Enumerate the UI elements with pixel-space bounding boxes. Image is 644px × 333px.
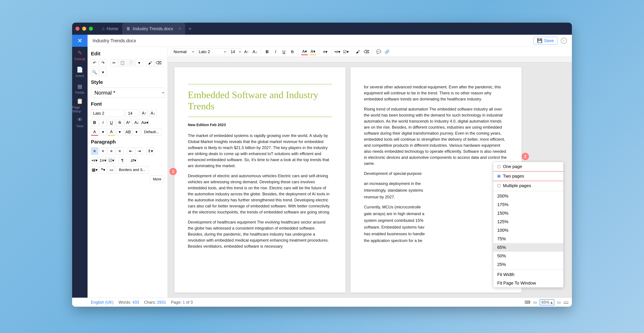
- default-font-button[interactable]: Default...: [141, 128, 162, 136]
- tb-comment[interactable]: 💬: [375, 48, 382, 55]
- bullet-list-button[interactable]: •≡▾: [91, 157, 98, 164]
- quote-button[interactable]: ❝▾: [99, 166, 107, 174]
- bold-button[interactable]: B: [91, 119, 98, 126]
- add-tab-button[interactable]: +: [185, 26, 195, 32]
- align-right-button[interactable]: ≡: [108, 148, 115, 155]
- zoom-25[interactable]: 25%: [493, 260, 563, 269]
- font-color-dropdown[interactable]: ▾: [99, 128, 107, 136]
- page-1[interactable]: 1 Embedded Software and Industry Trends …: [174, 67, 346, 292]
- decrease-indent-button[interactable]: ⇤: [127, 148, 134, 155]
- shading-button[interactable]: ▦▾: [91, 166, 98, 174]
- save-button[interactable]: 💾 Save: [534, 37, 558, 44]
- tb-checklist[interactable]: ☑▾: [342, 48, 349, 55]
- align-left-button[interactable]: ≡: [91, 148, 98, 155]
- char-count[interactable]: Chars: 2931: [144, 300, 166, 305]
- zoom-125[interactable]: 125%: [493, 218, 563, 226]
- minimize-window-icon[interactable]: [82, 27, 86, 31]
- font-color-button[interactable]: A: [91, 128, 98, 136]
- tb-style-select[interactable]: Normal: [171, 48, 194, 55]
- close-tab-icon[interactable]: ×: [178, 26, 181, 31]
- sidebar-fields[interactable]: ▦Fields: [72, 80, 88, 97]
- decrease-font-button[interactable]: A↓: [149, 110, 157, 117]
- info-button[interactable]: i: [561, 38, 567, 44]
- superscript-button[interactable]: A²: [124, 119, 132, 126]
- zoom-75[interactable]: 75%: [493, 234, 563, 243]
- cut-button[interactable]: ✂: [110, 59, 118, 66]
- increase-indent-button[interactable]: ⇥: [136, 148, 143, 155]
- line-spacing-button[interactable]: ⇕▾: [146, 148, 154, 155]
- find-dropdown[interactable]: ▾: [99, 68, 107, 76]
- tb-highlight[interactable]: A▾: [310, 48, 316, 55]
- align-center-button[interactable]: ≡: [99, 148, 107, 155]
- home-tab[interactable]: ⌂ Home: [98, 23, 122, 35]
- subscript-button[interactable]: A₂: [133, 119, 140, 126]
- char-bg-dropdown[interactable]: ▾: [133, 128, 140, 136]
- document-tab[interactable]: 🗎 Industry Trends.docx ×: [122, 23, 185, 35]
- undo-button[interactable]: ↶: [91, 59, 98, 66]
- tb-size-select[interactable]: 14: [228, 48, 242, 55]
- tb-align[interactable]: ≡▾: [322, 48, 328, 55]
- tb-font-select[interactable]: Lato 2: [196, 48, 226, 55]
- clear-format-button[interactable]: ⌫: [155, 59, 162, 66]
- more-button[interactable]: More: [150, 176, 164, 183]
- increase-font-button[interactable]: A↑: [140, 110, 148, 117]
- zoom-50[interactable]: 50%: [493, 252, 563, 260]
- font-family-select[interactable]: Lato 2: [91, 110, 124, 117]
- view-mode-2-icon[interactable]: 📖: [564, 300, 568, 305]
- tb-bold[interactable]: B: [264, 48, 270, 55]
- zoom-200[interactable]: 200%: [493, 192, 563, 200]
- text-direction-button[interactable]: ⇄▾: [130, 157, 137, 164]
- word-count[interactable]: Words: 433: [118, 300, 139, 305]
- tb-clear-format[interactable]: ⌫: [363, 48, 370, 55]
- font-size-select[interactable]: 14: [126, 110, 139, 117]
- strikethrough-button[interactable]: S: [116, 119, 124, 126]
- zoom-100[interactable]: 100%: [493, 226, 563, 234]
- number-list-button[interactable]: 1≡▾: [99, 157, 107, 164]
- zoom-one-page[interactable]: One page: [493, 162, 563, 171]
- highlight-button[interactable]: A: [108, 128, 115, 136]
- zoom-two-pages[interactable]: Two pages: [493, 171, 563, 181]
- paste-dropdown[interactable]: ▾: [136, 59, 143, 66]
- border-style-button[interactable]: ▭: [108, 166, 115, 174]
- sidebar-insert[interactable]: 📄Insert: [72, 64, 88, 80]
- tb-strike[interactable]: S: [289, 48, 296, 55]
- highlight-dropdown[interactable]: ▾: [116, 128, 124, 136]
- zoom-175[interactable]: 175%: [493, 200, 563, 209]
- close-window-icon[interactable]: [76, 27, 80, 31]
- redo-button[interactable]: ↷: [99, 59, 107, 66]
- zoom-fit-width[interactable]: Fit Width: [493, 270, 563, 279]
- paste-button[interactable]: 📄: [127, 59, 134, 66]
- maximize-window-icon[interactable]: [89, 27, 93, 31]
- tb-format-painter[interactable]: 🖌: [355, 48, 362, 55]
- find-button[interactable]: 🔍: [91, 68, 98, 76]
- tb-decrease-font[interactable]: A↓: [252, 48, 258, 55]
- char-bg-button[interactable]: AB: [124, 128, 132, 136]
- zoom-65[interactable]: 65%: [493, 243, 563, 252]
- layout-icon[interactable]: ▭: [533, 300, 537, 305]
- sidebar-page-setup[interactable]: 📋Page Setup: [72, 97, 88, 114]
- horizontal-ruler[interactable]: [168, 57, 572, 62]
- checklist-button[interactable]: ☑▾: [108, 157, 115, 164]
- close-file-button[interactable]: ✕: [72, 35, 88, 47]
- paragraph-marks-button[interactable]: ¶: [119, 157, 126, 164]
- tb-increase-font[interactable]: A↑: [243, 48, 250, 55]
- zoom-fit-window[interactable]: Fit Page To Window: [493, 279, 563, 288]
- tb-underline[interactable]: U: [280, 48, 287, 55]
- style-select[interactable]: Normal *: [91, 88, 165, 98]
- borders-shading-button[interactable]: Borders and S...: [116, 166, 148, 174]
- zoom-150[interactable]: 150%: [493, 209, 563, 218]
- align-justify-button[interactable]: ≡: [116, 148, 124, 155]
- copy-button[interactable]: 📋: [119, 59, 126, 66]
- underline-button[interactable]: U: [108, 119, 115, 126]
- zoom-multiple-pages[interactable]: Multiple pages: [493, 181, 563, 190]
- case-button[interactable]: Aa▾: [141, 119, 148, 126]
- zoom-value[interactable]: 65% ▴: [540, 299, 554, 305]
- page-indicator[interactable]: Page: 1 of 3: [171, 300, 193, 305]
- tb-list[interactable]: •≡▾: [334, 48, 341, 55]
- tb-italic[interactable]: I: [272, 48, 279, 55]
- italic-button[interactable]: I: [99, 119, 107, 126]
- sidebar-view[interactable]: 👁View: [72, 114, 88, 130]
- sidebar-format[interactable]: ✎Format: [72, 47, 88, 64]
- keyboard-icon[interactable]: ⌨: [524, 300, 530, 305]
- tb-link[interactable]: 🔗: [384, 48, 390, 55]
